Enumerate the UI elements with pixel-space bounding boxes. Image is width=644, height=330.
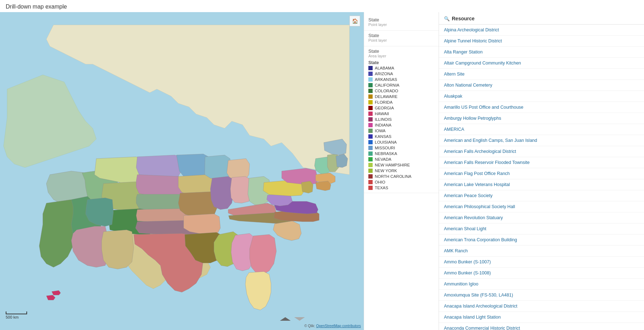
legend-color-swatch [368,66,373,70]
resource-list-item[interactable]: Altern Site [439,69,644,80]
legend-color-swatch [368,83,373,87]
legend-item[interactable]: NEW YORK [368,168,434,174]
resource-list-item[interactable]: Ammo Bunker (S-1008) [439,268,644,279]
legend-color-swatch [368,174,373,179]
legend-item[interactable]: FLORIDA [368,99,434,105]
legend-state-label: FLORIDA [375,100,393,104]
legend-state-label: TEXAS [375,186,388,190]
resource-list-item[interactable]: American Trona Corporation Building [439,234,644,246]
resource-list[interactable]: Alpina Archeological DistrictAlpine Tunn… [439,25,644,330]
resource-list-item[interactable]: Altair Campground Community Kitchen [439,58,644,69]
home-button[interactable]: 🏠 [349,16,360,26]
legend-state-label: HAWAII [375,112,389,116]
resource-list-item[interactable]: Anacapa Island Light Station [439,312,644,323]
legend-item[interactable]: GEORGIA [368,105,434,111]
legend-item[interactable]: ARKANSAS [368,77,434,82]
legend-item[interactable]: LOUISIANA [368,139,434,145]
layer-section-3: State Area layer State ALABAMAARIZONAARK… [364,46,439,193]
layer-title-2: State [368,33,434,38]
resource-list-item[interactable]: AMERICA [439,124,644,135]
app-title: Drill-down map example [0,0,644,12]
state-legend-label: State [368,60,434,65]
resource-list-item[interactable]: American Flag Post Office Ranch [439,168,644,179]
resource-list-item[interactable]: Alton National Cemetery [439,80,644,91]
layer-section-1: State Point layer [364,15,439,31]
resource-list-item[interactable]: Ammunition Igloo [439,279,644,290]
legend-state-label: NEW HAMPSHIRE [375,163,410,167]
resource-list-item[interactable]: American Peace Society [439,190,644,201]
resource-list-item[interactable]: Ammo Bunker (S-1007) [439,257,644,268]
legend-color-swatch [368,106,373,110]
resource-list-item[interactable]: Amoxiumqua Site (FS-530, LA481) [439,290,644,301]
attribution-link[interactable]: OpenStreetMap contributors [316,324,361,328]
resource-list-item[interactable]: American Lake Veterans Hospital [439,179,644,190]
resource-list-item[interactable]: Anaconda Commercial Historic District [439,323,644,330]
resource-list-item[interactable]: American Revolution Statuary [439,212,644,223]
legend-color-swatch [368,89,373,93]
legend-item[interactable]: TEXAS [368,185,434,191]
legend-item[interactable]: IOWA [368,128,434,134]
legend-item[interactable]: DELAWARE [368,94,434,99]
map-scale: 500 km [6,311,27,319]
legend-color-swatch [368,112,373,116]
legend-color-swatch [368,157,373,161]
legend-item[interactable]: ALABAMA [368,65,434,71]
area-layer-subtitle: Area layer [368,54,434,58]
legend-item[interactable]: CALIFORNIA [368,82,434,88]
legend-state-label: NEW YORK [375,169,397,173]
legend-color-swatch [368,129,373,133]
resource-list-item[interactable]: American and English Camps, San Juan Isl… [439,135,644,146]
legend-item[interactable]: HAWAII [368,111,434,117]
legend-state-label: ARIZONA [375,72,393,76]
legend-item[interactable]: NEVADA [368,156,434,162]
legend-item[interactable]: NEW HAMPSHIRE [368,162,434,168]
layer-title-1: State [368,17,434,22]
legend-color-swatch [368,100,373,104]
resource-list-item[interactable]: Alta Ranger Station [439,47,644,58]
legend-state-label: NORTH CAROLINA [375,174,412,179]
layer-section-2: State Point layer [364,31,439,46]
legend-state-label: GEORGIA [375,106,394,110]
legend-item[interactable]: KANSAS [368,134,434,139]
legend-item[interactable]: ILLINOIS [368,117,434,122]
legend-item[interactable]: NORTH CAROLINA [368,174,434,179]
resource-list-item[interactable]: AMK Ranch [439,246,644,257]
legend-state-label: MISSOURI [375,146,395,150]
resource-list-item[interactable]: Aluakpak [439,91,644,102]
legend-state-label: ALABAMA [375,66,394,70]
resource-list-item[interactable]: Alpine Tunnel Historic District [439,36,644,47]
resource-list-item[interactable]: Alpina Archeological District [439,25,644,36]
resource-list-item[interactable]: Anacapa Island Archeological District [439,301,644,312]
resource-list-item[interactable]: American Falls Reservoir Flooded Townsit… [439,157,644,168]
legend-color-swatch [368,117,373,122]
layer-subtitle-2: Point layer [368,38,434,42]
legend-state-label: ARKANSAS [375,77,397,82]
resource-list-item[interactable]: American Philosophical Society Hall [439,201,644,212]
legend-color-swatch [368,146,373,150]
legend-color-swatch [368,180,373,184]
legend-item[interactable]: INDIANA [368,122,434,128]
legend-color-swatch [368,151,373,156]
legend-state-label: KANSAS [375,134,392,139]
legend-state-label: IOWA [375,129,385,133]
legend-item[interactable]: OHIO [368,179,434,185]
legend-item[interactable]: COLORADO [368,88,434,94]
resource-list-item[interactable]: Amburgy Hollow Petroglyphs [439,113,644,124]
legend-state-label: COLORADO [375,89,398,93]
area-layer-title: State [368,48,434,54]
legend-item[interactable]: ARIZONA [368,71,434,77]
resource-list-item[interactable]: Amarillo US Post Office and Courthouse [439,102,644,113]
legend-state-label: NEVADA [375,157,391,161]
map-attribution: © Qlik: OpenStreetMap contributors [304,324,361,328]
resource-panel: 🔍 Resource Alpina Archeological District… [439,12,644,330]
legend-state-label: NEBRASKA [375,151,397,156]
legend-color-swatch [368,163,373,167]
legend-color-swatch [368,72,373,76]
legend-color-swatch [368,186,373,190]
resource-list-item[interactable]: American Falls Archeological District [439,146,644,157]
legend-color-swatch [368,77,373,82]
legend-state-label: LOUISIANA [375,140,397,144]
legend-item[interactable]: MISSOURI [368,145,434,151]
legend-item[interactable]: NEBRASKA [368,151,434,156]
resource-list-item[interactable]: American Shoal Light [439,223,644,234]
